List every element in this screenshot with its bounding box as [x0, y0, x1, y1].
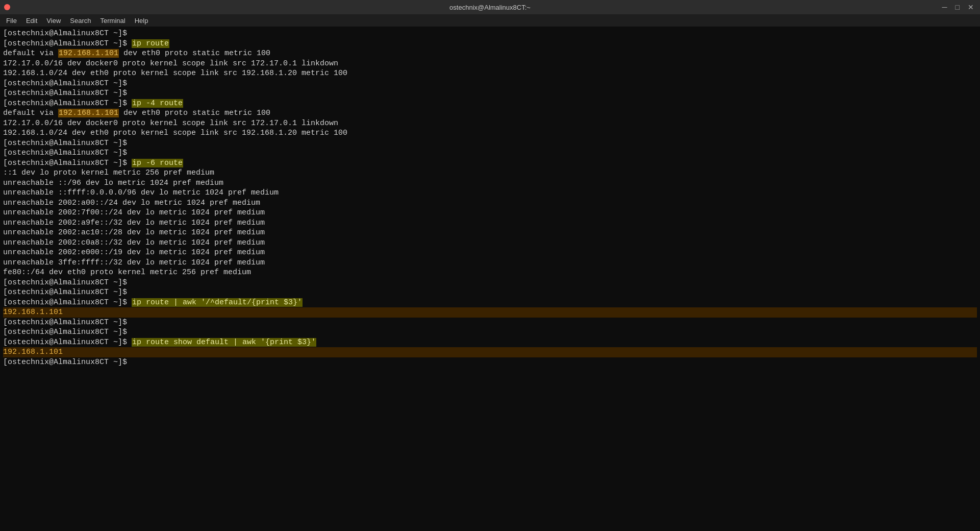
terminal-line: 192.168.1.0/24 dev eth0 proto kernel sco… [3, 68, 977, 79]
titlebar: ostechnix@Almalinux8CT:~ ─ □ ✕ [0, 0, 980, 14]
menubar: File Edit View Search Terminal Help [0, 14, 980, 27]
terminal-body[interactable]: [ostechnix@Almalinux8CT ~]$ [ostechnix@A… [0, 27, 980, 531]
terminal-line: [ostechnix@Almalinux8CT ~]$ [3, 29, 977, 39]
terminal-output-ip: 192.168.1.101 [3, 347, 977, 357]
terminal-line: [ostechnix@Almalinux8CT ~]$ [3, 357, 977, 368]
terminal-line: default via 192.168.1.101 dev eth0 proto… [3, 108, 977, 118]
menu-file[interactable]: File [2, 16, 21, 26]
terminal-line: [ostechnix@Almalinux8CT ~]$ ip -4 route [3, 99, 977, 109]
terminal-line: [ostechnix@Almalinux8CT ~]$ ip route | a… [3, 298, 977, 308]
terminal-line: [ostechnix@Almalinux8CT ~]$ [3, 79, 977, 89]
terminal-line: fe80::/64 dev eth0 proto kernel metric 2… [3, 268, 977, 278]
traffic-light[interactable] [4, 4, 10, 10]
terminal-line: unreachable 2002:c0a8::/32 dev lo metric… [3, 238, 977, 248]
maximize-button[interactable]: □ [953, 3, 962, 11]
terminal-line: [ostechnix@Almalinux8CT ~]$ ip -6 route [3, 158, 977, 168]
terminal-line: [ostechnix@Almalinux8CT ~]$ [3, 287, 977, 298]
terminal-line: unreachable 2002:ac10::/28 dev lo metric… [3, 228, 977, 238]
terminal-output-ip: 192.168.1.101 [3, 307, 977, 318]
terminal-line: [ostechnix@Almalinux8CT ~]$ [3, 88, 977, 99]
terminal-line: 172.17.0.0/16 dev docker0 proto kernel s… [3, 59, 977, 69]
terminal-line: unreachable 2002:a00::/24 dev lo metric … [3, 198, 977, 208]
terminal-line: [ostechnix@Almalinux8CT ~]$ [3, 148, 977, 158]
terminal-line: unreachable 2002:e000::/19 dev lo metric… [3, 248, 977, 258]
terminal-line: unreachable ::/96 dev lo metric 1024 pre… [3, 178, 977, 188]
terminal-line: ::1 dev lo proto kernel metric 256 pref … [3, 168, 977, 178]
window-title: ostechnix@Almalinux8CT:~ [449, 4, 531, 11]
terminal-line: unreachable 3ffe:ffff::/32 dev lo metric… [3, 258, 977, 268]
command-text: ip route show default | awk '{print $3}' [132, 338, 316, 347]
terminal-line: unreachable ::ffff:0.0.0.0/96 dev lo met… [3, 188, 977, 198]
menu-terminal[interactable]: Terminal [96, 16, 130, 26]
menu-help[interactable]: Help [131, 16, 153, 26]
terminal-line: unreachable 2002:7f00::/24 dev lo metric… [3, 208, 977, 218]
terminal-line: [ostechnix@Almalinux8CT ~]$ [3, 278, 977, 288]
titlebar-controls: ─ □ ✕ [940, 3, 976, 11]
ip-address: 192.168.1.101 [58, 49, 119, 58]
command-text: ip route | awk '/^default/{print $3}' [132, 298, 303, 307]
command-text: ip -4 route [132, 99, 183, 108]
minimize-button[interactable]: ─ [940, 3, 949, 11]
terminal-window: ostechnix@Almalinux8CT:~ ─ □ ✕ File Edit… [0, 0, 980, 531]
ip-address: 192.168.1.101 [58, 109, 119, 117]
terminal-line: [ostechnix@Almalinux8CT ~]$ ip route [3, 39, 977, 49]
terminal-line: [ostechnix@Almalinux8CT ~]$ ip route sho… [3, 337, 977, 348]
terminal-line: 192.168.1.0/24 dev eth0 proto kernel sco… [3, 128, 977, 138]
titlebar-left [4, 4, 10, 10]
command-text: ip route [132, 39, 169, 48]
terminal-line: default via 192.168.1.101 dev eth0 proto… [3, 49, 977, 59]
menu-edit[interactable]: Edit [22, 16, 41, 26]
menu-view[interactable]: View [42, 16, 65, 26]
terminal-line: [ostechnix@Almalinux8CT ~]$ [3, 327, 977, 337]
close-button[interactable]: ✕ [966, 3, 976, 11]
terminal-line: [ostechnix@Almalinux8CT ~]$ [3, 138, 977, 149]
terminal-line: unreachable 2002:a9fe::/32 dev lo metric… [3, 218, 977, 228]
command-text: ip -6 route [132, 159, 183, 167]
terminal-line: [ostechnix@Almalinux8CT ~]$ [3, 318, 977, 328]
menu-search[interactable]: Search [66, 16, 95, 26]
terminal-line: 172.17.0.0/16 dev docker0 proto kernel s… [3, 118, 977, 129]
